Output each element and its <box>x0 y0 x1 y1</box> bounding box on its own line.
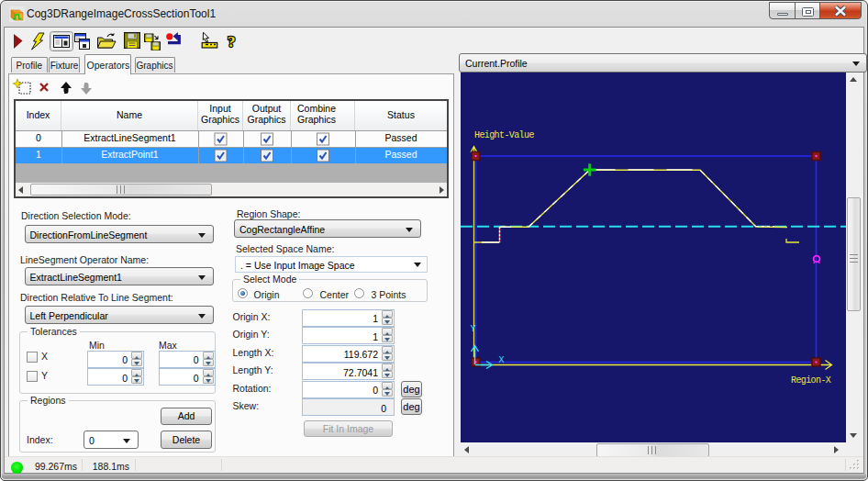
svg-text:Height-Value: Height-Value <box>474 130 534 140</box>
svg-text:Y: Y <box>471 324 476 334</box>
svg-text:Region-X: Region-X <box>791 375 831 386</box>
svg-text:X: X <box>499 355 505 365</box>
svg-text:?: ? <box>228 33 236 50</box>
